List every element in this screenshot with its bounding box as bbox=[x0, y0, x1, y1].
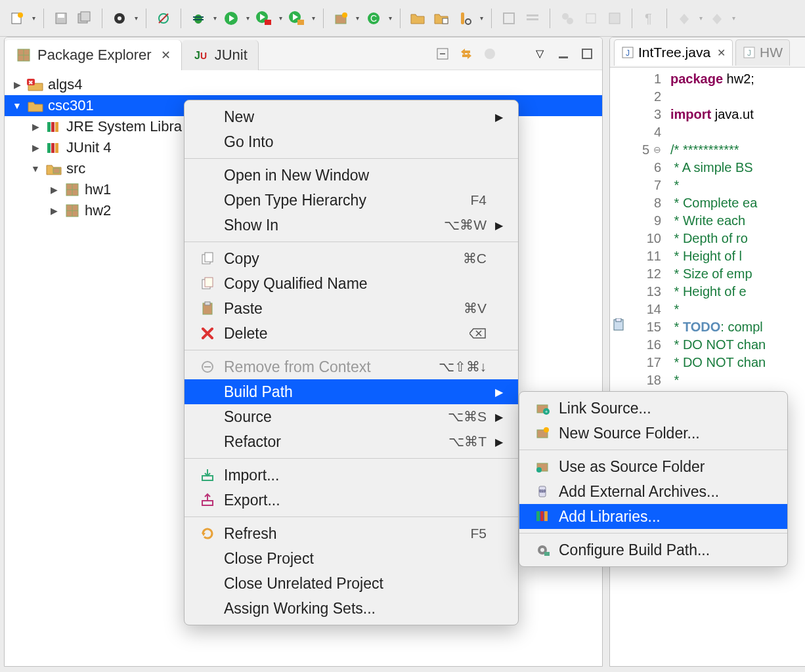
editor-tab-inactive[interactable]: J HW bbox=[735, 39, 790, 66]
menu-item-new-source-folder[interactable]: New Source Folder... bbox=[519, 421, 787, 446]
menu-item-refactor[interactable]: Refactor⌥⌘T▶ bbox=[185, 429, 518, 454]
dropdown-icon[interactable]: ▾ bbox=[133, 14, 139, 22]
menu-item-open-type-hierarchy[interactable]: Open Type HierarchyF4 bbox=[185, 188, 518, 213]
editor-tab-label: IntTree.java bbox=[638, 45, 710, 60]
run-last-icon[interactable] bbox=[286, 8, 307, 29]
menu-item-import[interactable]: Import... bbox=[185, 463, 518, 488]
dropdown-icon[interactable]: ▾ bbox=[277, 14, 284, 22]
menu-divider bbox=[185, 350, 518, 350]
menu-divider bbox=[185, 242, 518, 242]
menu-item-build-path[interactable]: Build Path▶ bbox=[185, 379, 518, 404]
chevron-right-icon: ▶ bbox=[494, 436, 504, 448]
new-icon[interactable] bbox=[7, 8, 28, 29]
menu-item-close-project[interactable]: Close Project bbox=[185, 546, 518, 571]
menu-item-export[interactable]: Export... bbox=[185, 488, 518, 513]
menu-item-go-into[interactable]: Go Into bbox=[185, 129, 518, 154]
editor-body[interactable]: 12345⊖67891011121314151617183132⊖33 pack… bbox=[610, 68, 805, 442]
dropdown-icon[interactable]: ▾ bbox=[244, 14, 251, 22]
dropdown-icon[interactable]: ▾ bbox=[310, 14, 316, 22]
editor-tab-active[interactable]: J IntTree.java ✕ bbox=[614, 39, 733, 66]
code-area[interactable]: package hw2; import java.ut /* *********… bbox=[666, 68, 766, 442]
close-icon[interactable]: ✕ bbox=[161, 48, 171, 62]
show-whitespace-icon[interactable] bbox=[580, 8, 601, 29]
dropdown-icon[interactable]: ▾ bbox=[478, 14, 485, 22]
menu-label: Remove from Context bbox=[224, 358, 418, 376]
open-folder-icon[interactable] bbox=[407, 8, 428, 29]
toggle-block-selection-icon[interactable] bbox=[522, 8, 543, 29]
menu-item-configure-build-path[interactable]: Configure Build Path... bbox=[519, 537, 787, 562]
skip-breakpoints-icon[interactable] bbox=[153, 8, 174, 29]
prev-annotation-icon[interactable] bbox=[707, 8, 728, 29]
build-path-submenu: +Link Source...New Source Folder...Use a… bbox=[519, 391, 788, 567]
chevron-right-icon: ▶ bbox=[494, 219, 504, 232]
debug-icon[interactable] bbox=[188, 8, 209, 29]
svg-rect-34 bbox=[609, 13, 620, 24]
tab-junit[interactable]: JU JUnit bbox=[182, 40, 259, 70]
perspective-icon[interactable] bbox=[109, 8, 130, 29]
menu-item-close-unrelated-project[interactable]: Close Unrelated Project bbox=[185, 571, 518, 596]
tab-package-explorer[interactable]: Package Explorer ✕ bbox=[5, 40, 182, 70]
dropdown-icon[interactable]: ▾ bbox=[387, 14, 393, 22]
close-icon[interactable]: ✕ bbox=[717, 47, 726, 59]
collapse-all-icon[interactable] bbox=[434, 45, 451, 62]
toggle-word-wrap-icon[interactable] bbox=[498, 8, 519, 29]
dropdown-icon[interactable]: ▾ bbox=[354, 14, 360, 22]
dialog-icon[interactable] bbox=[604, 8, 625, 29]
source-folder-icon bbox=[45, 162, 62, 175]
menu-item-paste[interactable]: Paste⌘V bbox=[185, 296, 518, 321]
menu-item-show-in[interactable]: Show In⌥⌘W▶ bbox=[185, 213, 518, 238]
menu-item-add-external-archives[interactable]: 010Add External Archives... bbox=[519, 479, 787, 504]
menu-item-copy-qualified-name[interactable]: Copy Qualified Name bbox=[185, 271, 518, 296]
open-type-icon[interactable] bbox=[431, 8, 452, 29]
copy-icon bbox=[199, 251, 216, 266]
menu-item-delete[interactable]: Delete bbox=[185, 321, 518, 346]
view-menu-icon[interactable]: ▽ bbox=[531, 45, 548, 62]
menu-item-use-as-source-folder[interactable]: Use as Source Folder bbox=[519, 454, 787, 479]
svg-marker-36 bbox=[680, 14, 689, 24]
menu-label: Copy Qualified Name bbox=[224, 275, 487, 293]
menu-item-copy[interactable]: Copy⌘C bbox=[185, 246, 518, 271]
library-icon bbox=[45, 120, 62, 133]
focus-task-icon[interactable] bbox=[481, 45, 498, 62]
menu-item-add-libraries[interactable]: Add Libraries... bbox=[519, 504, 787, 529]
svg-rect-5 bbox=[81, 12, 90, 21]
view-tabbar: Package Explorer ✕ JU JUnit ▽ bbox=[5, 37, 602, 70]
menu-item-source[interactable]: Source⌥⌘S▶ bbox=[185, 404, 518, 429]
shortcut-label: ⌥⌘W bbox=[444, 217, 487, 233]
coverage-icon[interactable] bbox=[253, 8, 274, 29]
package-icon bbox=[64, 204, 81, 217]
svg-rect-25 bbox=[443, 18, 448, 24]
svg-rect-3 bbox=[58, 14, 64, 18]
dropdown-icon[interactable]: ▾ bbox=[697, 14, 704, 22]
tree-label: algs4 bbox=[48, 76, 83, 93]
menu-item-refresh[interactable]: RefreshF5 bbox=[185, 521, 518, 546]
tree-project-algs4[interactable]: ▶ ✖ algs4 bbox=[5, 74, 602, 95]
save-all-icon[interactable] bbox=[74, 8, 95, 29]
menu-label: Show In bbox=[224, 217, 423, 234]
next-annotation-icon[interactable] bbox=[674, 8, 695, 29]
dropdown-icon[interactable]: ▾ bbox=[730, 14, 737, 22]
svg-rect-33 bbox=[586, 14, 596, 23]
svg-rect-30 bbox=[527, 18, 538, 20]
menu-item-open-in-new-window[interactable]: Open in New Window bbox=[185, 163, 518, 188]
svg-marker-79 bbox=[202, 533, 206, 536]
run-icon[interactable] bbox=[221, 8, 242, 29]
svg-text:J: J bbox=[194, 50, 200, 61]
save-icon[interactable] bbox=[51, 8, 72, 29]
editor-tab-label: HW bbox=[760, 45, 783, 60]
new-package-icon[interactable] bbox=[330, 8, 351, 29]
menu-item-link-source[interactable]: +Link Source... bbox=[519, 396, 787, 421]
svg-point-94 bbox=[540, 548, 544, 552]
menu-item-assign-working-sets[interactable]: Assign Working Sets... bbox=[185, 596, 518, 621]
dropdown-icon[interactable]: ▾ bbox=[30, 14, 37, 22]
maximize-icon[interactable] bbox=[578, 45, 596, 62]
menu-label: Go Into bbox=[224, 133, 487, 151]
search-icon[interactable] bbox=[454, 8, 475, 29]
toggle-mark-occurrences-icon[interactable] bbox=[557, 8, 578, 29]
link-editor-icon[interactable] bbox=[458, 45, 475, 62]
minimize-icon[interactable] bbox=[555, 45, 572, 62]
new-class-icon[interactable]: C bbox=[363, 8, 384, 29]
menu-item-new[interactable]: New▶ bbox=[185, 104, 518, 129]
refresh-icon bbox=[199, 526, 216, 541]
dropdown-icon[interactable]: ▾ bbox=[211, 14, 218, 22]
